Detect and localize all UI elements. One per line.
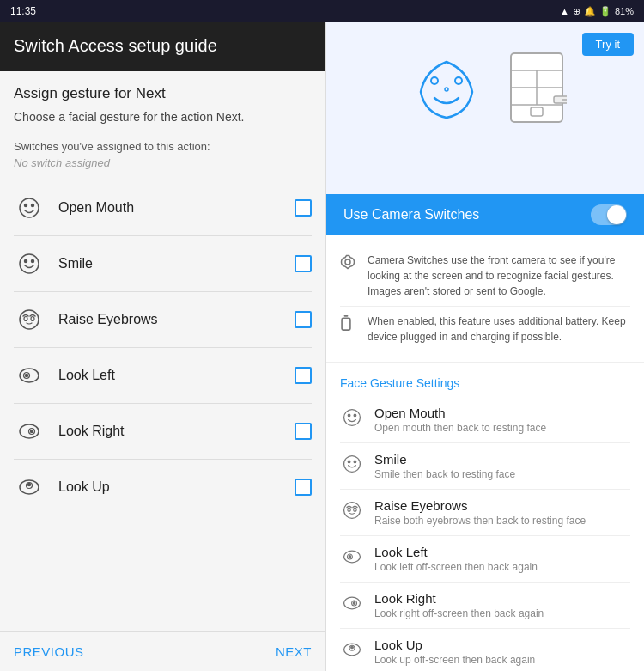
svg-point-0 xyxy=(20,198,39,217)
list-item: Look Up Look up off-screen then back aga… xyxy=(340,629,630,671)
right-gesture-name: Open Mouth xyxy=(374,406,546,420)
look-up-icon xyxy=(14,472,45,503)
left-footer: Previous Next xyxy=(0,631,325,671)
svg-point-5 xyxy=(32,259,34,262)
face-illustration xyxy=(404,45,489,134)
face-gesture-section: Face Gesture Settings Open Mouth Open mo… xyxy=(326,363,644,671)
look-right-icon xyxy=(14,416,45,447)
right-panel: Try it xyxy=(326,22,644,671)
right-gesture-desc: Look left off-screen then back again xyxy=(374,561,538,573)
right-open-mouth-icon xyxy=(340,406,364,428)
gesture-label-smile: Smile xyxy=(58,256,295,271)
svg-point-4 xyxy=(25,259,27,262)
right-gesture-list: Open Mouth Open mouth then back to resti… xyxy=(340,397,630,671)
gesture-label-look-left: Look Left xyxy=(58,368,295,383)
right-gesture-name: Look Left xyxy=(374,545,538,559)
right-look-right-icon xyxy=(340,591,364,613)
svg-point-19 xyxy=(455,77,462,84)
list-item[interactable]: Look Up xyxy=(14,460,312,515)
smile-icon xyxy=(14,248,45,279)
svg-point-34 xyxy=(344,456,361,473)
camera-info-icon xyxy=(340,253,357,299)
svg-point-36 xyxy=(354,461,356,463)
svg-point-7 xyxy=(24,316,27,320)
right-look-up-icon xyxy=(340,637,364,660)
list-item: Look Right Look right off-screen then ba… xyxy=(340,583,630,629)
list-item[interactable]: Look Left xyxy=(14,348,312,404)
svg-point-20 xyxy=(445,88,448,91)
right-gesture-texts-look-up: Look Up Look up off-screen then back aga… xyxy=(374,637,535,666)
next-button[interactable]: Next xyxy=(276,644,312,659)
gesture-checkbox-smile[interactable] xyxy=(295,255,312,272)
gesture-label-look-right: Look Right xyxy=(58,424,295,439)
right-raise-eyebrows-icon xyxy=(340,498,364,521)
list-item: Open Mouth Open mouth then back to resti… xyxy=(340,397,630,443)
status-icons: ▲ ⊕ 🔔 🔋 81% xyxy=(560,6,634,17)
svg-point-2 xyxy=(32,204,34,206)
left-header: Switch Access setup guide xyxy=(0,22,325,71)
gesture-checkbox-look-up[interactable] xyxy=(295,479,312,496)
right-gesture-desc: Smile then back to resting face xyxy=(374,468,515,480)
illustration-area: Try it xyxy=(326,22,644,194)
right-gesture-desc: Raise both eyebrows then back to resting… xyxy=(374,515,586,527)
svg-point-32 xyxy=(348,414,350,417)
no-switch-text: No switch assigned xyxy=(14,156,312,169)
open-mouth-icon xyxy=(14,192,45,223)
toggle-knob xyxy=(607,205,626,224)
illustration-icons xyxy=(404,45,567,134)
right-gesture-name: Look Up xyxy=(374,637,535,652)
right-gesture-texts-smile: Smile Smile then back to resting face xyxy=(374,452,515,480)
gesture-label-look-up: Look Up xyxy=(58,479,295,495)
svg-point-33 xyxy=(354,414,356,417)
left-panel: Switch Access setup guide Assign gesture… xyxy=(0,22,326,671)
list-item[interactable]: Look Right xyxy=(14,404,312,460)
gesture-list: Open Mouth Smile Raise Eyebrows xyxy=(14,180,312,515)
battery-level: 81% xyxy=(615,6,634,16)
list-item[interactable]: Open Mouth xyxy=(14,180,312,236)
camera-switch-toggle[interactable] xyxy=(591,204,627,225)
svg-point-37 xyxy=(344,503,361,519)
gesture-checkbox-open-mouth[interactable] xyxy=(295,199,312,217)
gesture-checkbox-raise-eyebrows[interactable] xyxy=(295,311,312,328)
right-gesture-desc: Look up off-screen then back again xyxy=(374,654,535,666)
svg-point-8 xyxy=(31,316,34,320)
svg-point-6 xyxy=(20,310,39,329)
list-item[interactable]: Smile xyxy=(14,236,312,292)
list-item: Look Left Look left off-screen then back… xyxy=(340,536,630,583)
assign-subtitle: Choose a facial gesture for the action N… xyxy=(14,109,312,126)
assign-title: Assign gesture for Next xyxy=(14,85,312,102)
list-item: Smile Smile then back to resting face xyxy=(340,443,630,490)
previous-button[interactable]: Previous xyxy=(14,644,84,659)
battery-icon: 🔋 xyxy=(599,6,611,17)
signal-icon: ▲ xyxy=(560,6,569,16)
list-item[interactable]: Raise Eyebrows xyxy=(14,292,312,348)
right-look-left-icon xyxy=(340,545,364,567)
svg-point-11 xyxy=(26,374,28,376)
face-gesture-settings-title: Face Gesture Settings xyxy=(340,366,630,397)
gesture-checkbox-look-left[interactable] xyxy=(295,367,312,384)
right-gesture-name: Smile xyxy=(374,452,515,467)
page-title: Switch Access setup guide xyxy=(14,36,312,56)
gesture-label-raise-eyebrows: Raise Eyebrows xyxy=(58,312,295,327)
switches-label: Switches you've assigned to this action: xyxy=(14,140,312,153)
device-illustration xyxy=(507,49,567,130)
right-gesture-name: Look Right xyxy=(374,591,544,606)
svg-point-35 xyxy=(348,461,350,463)
svg-point-38 xyxy=(348,508,350,511)
status-bar: 11:35 ▲ ⊕ 🔔 🔋 81% xyxy=(0,0,644,22)
right-gesture-desc: Open mouth then back to resting face xyxy=(374,422,546,434)
try-it-button[interactable]: Try it xyxy=(582,33,634,56)
svg-point-31 xyxy=(344,410,361,426)
notification-icon: 🔔 xyxy=(584,6,596,17)
info-row-battery: When enabled, this feature uses addition… xyxy=(340,307,630,351)
look-left-icon xyxy=(14,360,45,391)
right-smile-icon xyxy=(340,452,364,474)
camera-switch-bar: Use Camera Switches xyxy=(326,194,644,235)
svg-point-3 xyxy=(20,254,39,273)
list-item: Raise Eyebrows Raise both eyebrows then … xyxy=(340,490,630,536)
gesture-checkbox-look-right[interactable] xyxy=(295,423,312,440)
gesture-label-open-mouth: Open Mouth xyxy=(58,200,295,216)
right-gesture-texts-open-mouth: Open Mouth Open mouth then back to resti… xyxy=(374,406,546,434)
right-gesture-desc: Look right off-screen then back again xyxy=(374,607,544,619)
info-text-camera: Camera Switches use the front camera to … xyxy=(368,253,630,299)
